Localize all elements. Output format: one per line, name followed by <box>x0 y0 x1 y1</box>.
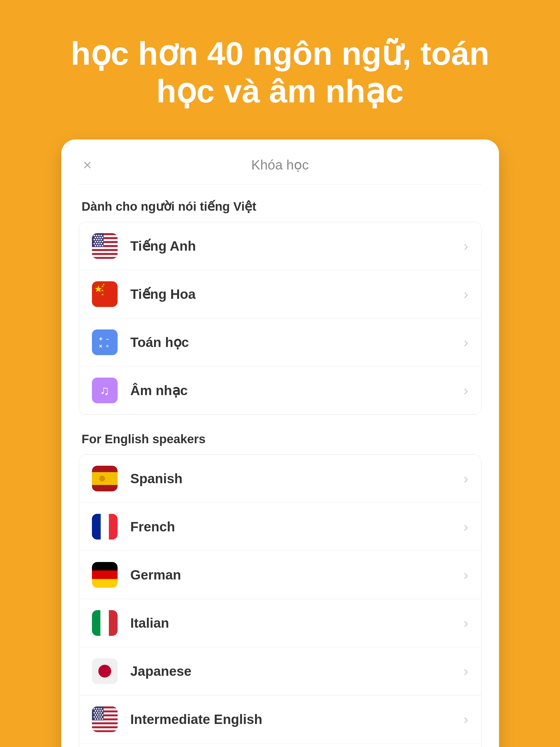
chevron-icon: › <box>464 286 468 302</box>
close-button[interactable]: × <box>79 156 96 174</box>
svg-point-77 <box>97 710 98 712</box>
svg-point-18 <box>98 239 100 240</box>
svg-rect-70 <box>92 728 118 730</box>
list-item[interactable]: ♫ Âm nhạc › <box>79 366 481 414</box>
flag-us2-icon <box>92 706 118 732</box>
svg-point-15 <box>102 237 103 238</box>
flag-fr-icon <box>92 514 118 540</box>
svg-point-87 <box>102 714 103 716</box>
svg-point-13 <box>97 237 98 238</box>
music-icon: ♫ <box>92 378 118 403</box>
chevron-icon: › <box>464 382 468 398</box>
item-label: Japanese <box>130 663 464 679</box>
item-label: Intermediate English <box>130 712 464 727</box>
svg-point-45 <box>99 475 105 482</box>
svg-point-28 <box>95 245 96 246</box>
svg-point-29 <box>97 245 98 246</box>
vietnamese-list: Tiếng Anh › Tiếng Hoa › + − <box>79 222 482 415</box>
chevron-icon: › <box>464 567 468 583</box>
flag-jp-icon <box>92 658 118 684</box>
svg-point-11 <box>100 235 102 236</box>
svg-point-79 <box>102 710 103 712</box>
svg-point-30 <box>99 245 101 246</box>
svg-rect-4 <box>92 247 118 249</box>
list-item[interactable]: + − × ÷ Toán học › <box>79 318 481 366</box>
svg-point-14 <box>99 237 101 238</box>
svg-point-31 <box>102 245 103 246</box>
svg-point-86 <box>99 714 101 716</box>
item-label: German <box>130 567 464 583</box>
svg-point-82 <box>98 712 100 714</box>
section-english-label: For English speakers <box>79 432 482 446</box>
svg-point-17 <box>96 239 97 240</box>
flag-es-icon <box>92 466 118 491</box>
svg-point-78 <box>99 710 101 712</box>
chevron-icon: › <box>464 334 468 350</box>
svg-point-16 <box>93 239 95 240</box>
svg-text:+: + <box>99 335 103 342</box>
svg-point-93 <box>97 718 98 720</box>
svg-point-21 <box>97 241 98 242</box>
item-label: Âm nhạc <box>130 383 464 398</box>
svg-point-22 <box>99 241 101 242</box>
chevron-icon: › <box>464 711 468 727</box>
svg-point-80 <box>93 712 95 714</box>
list-item[interactable]: Japanese › <box>79 647 481 695</box>
list-item[interactable]: Intermediate English › <box>79 695 481 744</box>
svg-point-27 <box>100 243 102 244</box>
svg-rect-68 <box>92 720 118 722</box>
svg-point-95 <box>102 718 103 720</box>
card-title: Khóa học <box>251 157 309 173</box>
svg-text:×: × <box>99 343 102 349</box>
svg-rect-56 <box>92 570 118 579</box>
svg-rect-52 <box>101 514 109 540</box>
svg-point-73 <box>96 708 97 710</box>
list-item[interactable]: German › <box>79 551 481 599</box>
svg-text:−: − <box>106 336 109 342</box>
courses-card: × Khóa học Dành cho người nói tiếng Việt <box>61 139 499 747</box>
svg-rect-51 <box>92 514 101 540</box>
flag-it-icon <box>92 610 118 636</box>
svg-rect-32 <box>92 281 118 307</box>
list-item[interactable]: French › <box>79 503 481 551</box>
list-item[interactable]: Chinese › <box>79 744 481 747</box>
svg-rect-60 <box>100 610 109 636</box>
item-label: Italian <box>130 615 464 631</box>
svg-point-63 <box>98 665 111 677</box>
flag-de-icon <box>92 562 118 588</box>
svg-rect-53 <box>109 514 118 540</box>
chevron-icon: › <box>464 663 468 679</box>
svg-point-8 <box>93 235 95 236</box>
svg-rect-61 <box>109 610 118 636</box>
svg-point-84 <box>95 714 96 716</box>
list-item[interactable]: Italian › <box>79 599 481 647</box>
svg-point-85 <box>97 714 98 716</box>
svg-rect-69 <box>92 724 118 726</box>
svg-rect-5 <box>92 251 118 253</box>
chevron-icon: › <box>464 615 468 631</box>
flag-us-icon <box>92 233 118 259</box>
svg-point-20 <box>95 241 96 242</box>
section-vietnamese-label: Dành cho người nói tiếng Việt <box>79 199 482 213</box>
english-list: Spanish › French › <box>79 454 482 747</box>
svg-point-92 <box>95 718 96 720</box>
chevron-icon: › <box>464 518 468 535</box>
svg-text:÷: ÷ <box>106 343 109 349</box>
header-text: học hơn 40 ngôn ngữ, toán học và âm nhạc <box>0 0 560 139</box>
item-label: French <box>130 519 464 535</box>
svg-point-26 <box>98 243 100 244</box>
svg-point-76 <box>95 710 96 712</box>
list-item[interactable]: Spanish › <box>79 455 481 503</box>
svg-point-19 <box>100 239 102 240</box>
math-icon: + − × ÷ <box>92 330 118 355</box>
svg-point-24 <box>93 243 95 244</box>
list-item[interactable]: Tiếng Anh › <box>79 222 481 270</box>
svg-point-74 <box>98 708 100 710</box>
svg-point-75 <box>100 708 102 710</box>
list-item[interactable]: Tiếng Hoa › <box>79 270 481 318</box>
svg-rect-6 <box>92 255 118 257</box>
item-label: Spanish <box>130 471 464 486</box>
item-label: Tiếng Anh <box>130 238 464 254</box>
item-label: Toán học <box>130 334 464 350</box>
chevron-icon: › <box>464 238 468 254</box>
